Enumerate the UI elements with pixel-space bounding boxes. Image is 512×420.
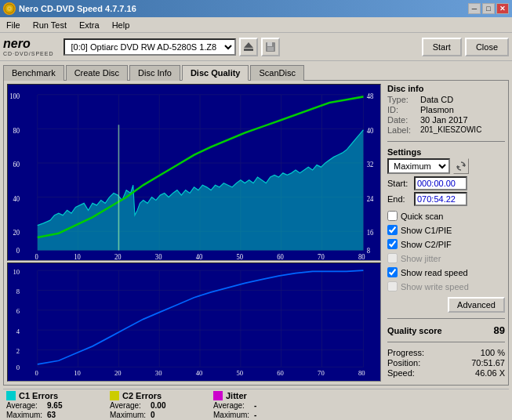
legend-jitter-max-value: - <box>254 411 278 419</box>
show-c1pie-row: Show C1/PIE <box>387 225 505 235</box>
logo-nero: nero <box>3 37 54 51</box>
legend-c2-max-label: Maximum: <box>110 411 147 419</box>
svg-rect-6 <box>267 42 272 46</box>
position-label: Position: <box>387 358 420 368</box>
disc-id-value: Plasmon <box>420 105 454 114</box>
divider-2 <box>387 318 505 319</box>
quality-label: Quality score <box>387 326 442 335</box>
legend-c1-max-value: 63 <box>47 411 71 419</box>
menu-file[interactable]: File <box>3 19 24 31</box>
svg-marker-4 <box>244 42 253 48</box>
legend-c2-avg-label: Average: <box>110 401 147 410</box>
svg-text:70: 70 <box>318 369 325 377</box>
show-write-speed-label: Show write speed <box>401 282 469 291</box>
legend-c2-avg: Average: 0.00 <box>110 401 204 410</box>
quick-scan-checkbox[interactable] <box>387 211 398 221</box>
svg-text:2: 2 <box>16 347 20 355</box>
disc-date-value: 30 Jan 2017 <box>420 115 468 125</box>
svg-text:0: 0 <box>16 364 20 371</box>
progress-row: Progress: 100 % <box>387 348 505 357</box>
menu-help[interactable]: Help <box>109 19 133 31</box>
tab-disc-quality[interactable]: Disc Quality <box>182 65 249 81</box>
start-time-row: Start: <box>387 176 505 190</box>
settings-refresh-button[interactable] <box>453 158 469 174</box>
legend-jitter-title: Jitter <box>226 391 247 400</box>
show-c2pif-row: Show C2/PIF <box>387 239 505 249</box>
svg-text:8: 8 <box>367 247 371 255</box>
menu-run-test[interactable]: Run Test <box>30 19 70 31</box>
legend-jitter-avg: Average: - <box>213 401 307 410</box>
svg-text:80: 80 <box>358 252 365 260</box>
chart-area: 100 80 60 40 20 0 48 40 32 24 16 8 0 10 … <box>4 81 384 385</box>
svg-text:60: 60 <box>277 252 284 260</box>
titlebar: Nero CD-DVD Speed 4.7.7.16 ─ □ ✕ <box>0 0 512 17</box>
tab-scan-disc[interactable]: ScanDisc <box>250 65 303 81</box>
close-app-button[interactable]: Close <box>465 38 509 56</box>
end-time-row: End: <box>387 192 505 206</box>
show-c2pif-checkbox[interactable] <box>387 239 398 249</box>
chart-top: 100 80 60 40 20 0 48 40 32 24 16 8 0 10 … <box>7 84 381 261</box>
toolbar: nero CD·DVD/SPEED [0:0] Optiarc DVD RW A… <box>0 33 512 61</box>
window-title: Nero CD-DVD Speed 4.7.7.16 <box>19 4 136 13</box>
tab-benchmark[interactable]: Benchmark <box>3 65 64 81</box>
main-content: 100 80 60 40 20 0 48 40 32 24 16 8 0 10 … <box>3 80 509 386</box>
tabs-bar: Benchmark Create Disc Disc Info Disc Qua… <box>0 61 512 80</box>
drive-selector[interactable]: [0:0] Optiarc DVD RW AD-5280S 1.Z8 <box>64 38 236 56</box>
legend-jitter-avg-label: Average: <box>213 401 251 410</box>
titlebar-left: Nero CD-DVD Speed 4.7.7.16 <box>3 2 136 15</box>
svg-text:100: 100 <box>9 92 20 100</box>
legend-c2-avg-value: 0.00 <box>151 401 174 410</box>
speed-row-progress: Speed: 46.06 X <box>387 368 505 378</box>
legend-jitter-avg-value: - <box>254 401 278 410</box>
svg-text:80: 80 <box>358 369 365 377</box>
legend-c1-avg: Average: 9.65 <box>6 401 100 410</box>
legend-c2-max-value: 0 <box>151 411 174 419</box>
legend-c1-max: Maximum: 63 <box>6 411 100 419</box>
legend-jitter-max: Maximum: - <box>213 411 307 419</box>
svg-text:10: 10 <box>13 268 20 276</box>
disc-label-row: Label: 201_KIESZOWIC <box>387 125 505 135</box>
disc-type-label: Type: <box>387 95 417 104</box>
quality-row: Quality score 89 <box>387 324 505 336</box>
settings-section: Settings Maximum Start: End: <box>387 147 505 208</box>
show-write-speed-row: Show write speed <box>387 281 505 291</box>
svg-text:50: 50 <box>236 369 243 377</box>
disc-date-row: Date: 30 Jan 2017 <box>387 115 505 125</box>
save-button[interactable] <box>261 38 280 56</box>
disc-id-row: ID: Plasmon <box>387 105 505 114</box>
show-c1pie-checkbox[interactable] <box>387 225 398 235</box>
speed-select[interactable]: Maximum <box>387 158 450 174</box>
svg-text:10: 10 <box>74 369 81 377</box>
position-row: Position: 70:51.67 <box>387 358 505 368</box>
tab-disc-info[interactable]: Disc Info <box>129 65 180 81</box>
legend-jitter-max-label: Maximum: <box>213 411 251 419</box>
disc-id-label: ID: <box>387 105 417 114</box>
svg-text:16: 16 <box>367 229 374 237</box>
quick-scan-label: Quick scan <box>401 212 443 221</box>
progress-section: Progress: 100 % Position: 70:51.67 Speed… <box>387 348 505 378</box>
close-button[interactable]: ✕ <box>496 3 509 14</box>
menu-extra[interactable]: Extra <box>76 19 103 31</box>
svg-text:48: 48 <box>367 92 374 100</box>
show-jitter-row: Show jitter <box>387 253 505 263</box>
speed-value: 46.06 X <box>475 368 505 378</box>
logo: nero CD·DVD/SPEED <box>3 37 54 56</box>
end-time-input[interactable] <box>414 192 467 206</box>
start-time-input[interactable] <box>414 176 467 190</box>
show-read-speed-checkbox[interactable] <box>387 267 398 277</box>
show-write-speed-checkbox <box>387 281 398 291</box>
svg-text:80: 80 <box>13 126 20 135</box>
start-button[interactable]: Start <box>422 38 462 56</box>
minimize-button[interactable]: ─ <box>468 3 481 14</box>
svg-text:20: 20 <box>114 369 122 377</box>
advanced-button[interactable]: Advanced <box>448 297 505 313</box>
maximize-button[interactable]: □ <box>482 3 495 14</box>
eject-button[interactable] <box>239 38 258 56</box>
svg-rect-7 <box>267 47 274 51</box>
tab-create-disc[interactable]: Create Disc <box>66 65 128 81</box>
show-jitter-checkbox <box>387 253 398 263</box>
speed-row: Maximum <box>387 158 505 174</box>
disc-type-value: Data CD <box>420 95 453 104</box>
show-jitter-label: Show jitter <box>401 254 441 263</box>
legend-c1-avg-value: 9.65 <box>47 401 71 410</box>
